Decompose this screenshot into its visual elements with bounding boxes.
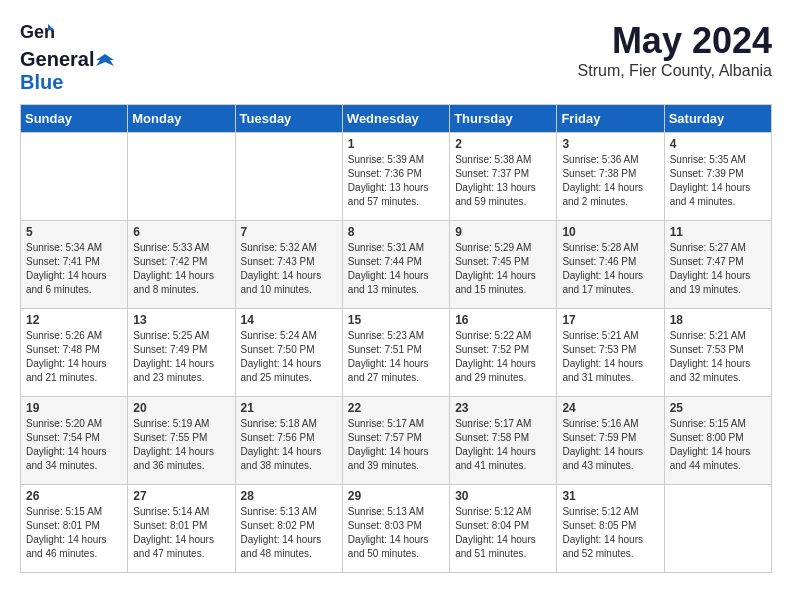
day-number: 27 [133, 489, 229, 503]
day-content: Sunrise: 5:27 AMSunset: 7:47 PMDaylight:… [670, 241, 766, 297]
day-number: 15 [348, 313, 444, 327]
logo: General General Blue [20, 20, 116, 94]
calendar-cell: 12Sunrise: 5:26 AMSunset: 7:48 PMDayligh… [21, 309, 128, 397]
calendar-week-row: 1Sunrise: 5:39 AMSunset: 7:36 PMDaylight… [21, 133, 772, 221]
header-thursday: Thursday [450, 105, 557, 133]
day-number: 2 [455, 137, 551, 151]
day-content: Sunrise: 5:33 AMSunset: 7:42 PMDaylight:… [133, 241, 229, 297]
day-content: Sunrise: 5:32 AMSunset: 7:43 PMDaylight:… [241, 241, 337, 297]
location-subtitle: Strum, Fier County, Albania [578, 62, 772, 80]
day-number: 5 [26, 225, 122, 239]
calendar-cell [235, 133, 342, 221]
calendar-week-row: 19Sunrise: 5:20 AMSunset: 7:54 PMDayligh… [21, 397, 772, 485]
calendar-cell: 28Sunrise: 5:13 AMSunset: 8:02 PMDayligh… [235, 485, 342, 573]
header-wednesday: Wednesday [342, 105, 449, 133]
day-content: Sunrise: 5:36 AMSunset: 7:38 PMDaylight:… [562, 153, 658, 209]
day-content: Sunrise: 5:12 AMSunset: 8:05 PMDaylight:… [562, 505, 658, 561]
calendar-cell: 26Sunrise: 5:15 AMSunset: 8:01 PMDayligh… [21, 485, 128, 573]
calendar-cell: 22Sunrise: 5:17 AMSunset: 7:57 PMDayligh… [342, 397, 449, 485]
calendar-cell: 8Sunrise: 5:31 AMSunset: 7:44 PMDaylight… [342, 221, 449, 309]
day-number: 12 [26, 313, 122, 327]
logo-general: General [20, 48, 94, 71]
calendar-cell: 30Sunrise: 5:12 AMSunset: 8:04 PMDayligh… [450, 485, 557, 573]
day-number: 20 [133, 401, 229, 415]
calendar-cell: 18Sunrise: 5:21 AMSunset: 7:53 PMDayligh… [664, 309, 771, 397]
calendar-cell: 17Sunrise: 5:21 AMSunset: 7:53 PMDayligh… [557, 309, 664, 397]
calendar-cell: 21Sunrise: 5:18 AMSunset: 7:56 PMDayligh… [235, 397, 342, 485]
month-year-title: May 2024 [578, 20, 772, 62]
calendar-cell: 29Sunrise: 5:13 AMSunset: 8:03 PMDayligh… [342, 485, 449, 573]
day-content: Sunrise: 5:19 AMSunset: 7:55 PMDaylight:… [133, 417, 229, 473]
day-content: Sunrise: 5:13 AMSunset: 8:03 PMDaylight:… [348, 505, 444, 561]
day-number: 9 [455, 225, 551, 239]
calendar-cell: 6Sunrise: 5:33 AMSunset: 7:42 PMDaylight… [128, 221, 235, 309]
day-content: Sunrise: 5:14 AMSunset: 8:01 PMDaylight:… [133, 505, 229, 561]
calendar-cell: 16Sunrise: 5:22 AMSunset: 7:52 PMDayligh… [450, 309, 557, 397]
day-content: Sunrise: 5:22 AMSunset: 7:52 PMDaylight:… [455, 329, 551, 385]
day-content: Sunrise: 5:34 AMSunset: 7:41 PMDaylight:… [26, 241, 122, 297]
day-number: 3 [562, 137, 658, 151]
calendar-cell: 7Sunrise: 5:32 AMSunset: 7:43 PMDaylight… [235, 221, 342, 309]
calendar-cell: 5Sunrise: 5:34 AMSunset: 7:41 PMDaylight… [21, 221, 128, 309]
day-content: Sunrise: 5:26 AMSunset: 7:48 PMDaylight:… [26, 329, 122, 385]
calendar-week-row: 12Sunrise: 5:26 AMSunset: 7:48 PMDayligh… [21, 309, 772, 397]
day-number: 22 [348, 401, 444, 415]
calendar-cell: 19Sunrise: 5:20 AMSunset: 7:54 PMDayligh… [21, 397, 128, 485]
day-number: 25 [670, 401, 766, 415]
day-content: Sunrise: 5:15 AMSunset: 8:01 PMDaylight:… [26, 505, 122, 561]
calendar-cell: 3Sunrise: 5:36 AMSunset: 7:38 PMDaylight… [557, 133, 664, 221]
calendar-week-row: 26Sunrise: 5:15 AMSunset: 8:01 PMDayligh… [21, 485, 772, 573]
header-monday: Monday [128, 105, 235, 133]
day-content: Sunrise: 5:29 AMSunset: 7:45 PMDaylight:… [455, 241, 551, 297]
day-content: Sunrise: 5:18 AMSunset: 7:56 PMDaylight:… [241, 417, 337, 473]
day-number: 17 [562, 313, 658, 327]
day-number: 21 [241, 401, 337, 415]
day-content: Sunrise: 5:16 AMSunset: 7:59 PMDaylight:… [562, 417, 658, 473]
day-content: Sunrise: 5:39 AMSunset: 7:36 PMDaylight:… [348, 153, 444, 209]
day-content: Sunrise: 5:35 AMSunset: 7:39 PMDaylight:… [670, 153, 766, 209]
day-number: 7 [241, 225, 337, 239]
day-number: 14 [241, 313, 337, 327]
day-content: Sunrise: 5:25 AMSunset: 7:49 PMDaylight:… [133, 329, 229, 385]
day-number: 4 [670, 137, 766, 151]
day-number: 18 [670, 313, 766, 327]
day-content: Sunrise: 5:17 AMSunset: 7:58 PMDaylight:… [455, 417, 551, 473]
day-number: 8 [348, 225, 444, 239]
calendar-header-row: SundayMondayTuesdayWednesdayThursdayFrid… [21, 105, 772, 133]
day-content: Sunrise: 5:21 AMSunset: 7:53 PMDaylight:… [670, 329, 766, 385]
header-friday: Friday [557, 105, 664, 133]
calendar-cell: 11Sunrise: 5:27 AMSunset: 7:47 PMDayligh… [664, 221, 771, 309]
day-number: 6 [133, 225, 229, 239]
header-sunday: Sunday [21, 105, 128, 133]
calendar-table: SundayMondayTuesdayWednesdayThursdayFrid… [20, 104, 772, 573]
svg-marker-2 [96, 54, 114, 66]
day-content: Sunrise: 5:17 AMSunset: 7:57 PMDaylight:… [348, 417, 444, 473]
calendar-cell: 25Sunrise: 5:15 AMSunset: 8:00 PMDayligh… [664, 397, 771, 485]
calendar-cell: 13Sunrise: 5:25 AMSunset: 7:49 PMDayligh… [128, 309, 235, 397]
day-content: Sunrise: 5:12 AMSunset: 8:04 PMDaylight:… [455, 505, 551, 561]
logo-icon: General [20, 20, 54, 48]
page-header: General General Blue May 2024 Strum, Fie… [20, 20, 772, 94]
calendar-cell: 10Sunrise: 5:28 AMSunset: 7:46 PMDayligh… [557, 221, 664, 309]
day-content: Sunrise: 5:28 AMSunset: 7:46 PMDaylight:… [562, 241, 658, 297]
calendar-cell: 2Sunrise: 5:38 AMSunset: 7:37 PMDaylight… [450, 133, 557, 221]
day-content: Sunrise: 5:24 AMSunset: 7:50 PMDaylight:… [241, 329, 337, 385]
calendar-cell: 23Sunrise: 5:17 AMSunset: 7:58 PMDayligh… [450, 397, 557, 485]
logo-bird-icon [96, 52, 114, 68]
day-number: 23 [455, 401, 551, 415]
day-number: 26 [26, 489, 122, 503]
calendar-cell: 9Sunrise: 5:29 AMSunset: 7:45 PMDaylight… [450, 221, 557, 309]
day-number: 24 [562, 401, 658, 415]
title-block: May 2024 Strum, Fier County, Albania [578, 20, 772, 80]
calendar-week-row: 5Sunrise: 5:34 AMSunset: 7:41 PMDaylight… [21, 221, 772, 309]
calendar-cell: 15Sunrise: 5:23 AMSunset: 7:51 PMDayligh… [342, 309, 449, 397]
day-content: Sunrise: 5:13 AMSunset: 8:02 PMDaylight:… [241, 505, 337, 561]
header-saturday: Saturday [664, 105, 771, 133]
day-content: Sunrise: 5:23 AMSunset: 7:51 PMDaylight:… [348, 329, 444, 385]
day-number: 31 [562, 489, 658, 503]
header-tuesday: Tuesday [235, 105, 342, 133]
calendar-cell: 14Sunrise: 5:24 AMSunset: 7:50 PMDayligh… [235, 309, 342, 397]
calendar-cell: 27Sunrise: 5:14 AMSunset: 8:01 PMDayligh… [128, 485, 235, 573]
calendar-cell [21, 133, 128, 221]
calendar-cell [664, 485, 771, 573]
